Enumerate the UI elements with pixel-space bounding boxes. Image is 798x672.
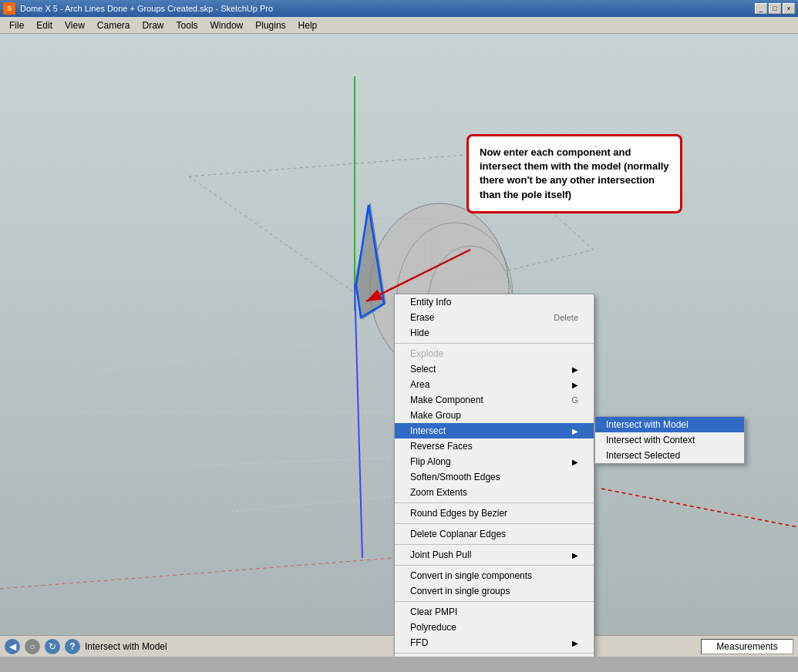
sub-intersect-context-label: Intersect with Context (606, 435, 695, 445)
menu-camera[interactable]: Camera (91, 18, 136, 32)
cm-area-label: Area (410, 379, 429, 390)
cm-hide[interactable]: Hide (395, 325, 594, 341)
cm-soften[interactable]: Soften/Smooth Edges (395, 469, 594, 485)
cm-make-component-label: Make Component (410, 395, 483, 405)
cm-intersect-label: Intersect (410, 425, 446, 436)
cm-explode: Explode (395, 346, 594, 361)
cm-convert-groups-label: Convert in single groups (410, 586, 510, 596)
sub-intersect-selected[interactable]: Intersect Selected (595, 448, 744, 463)
measurements-box: Measurements (701, 639, 793, 654)
cm-make-group[interactable]: Make Group (395, 408, 594, 423)
cm-round-edges-label: Round Edges by Bezier (410, 508, 507, 519)
titlebar: S Dome X 5 - Arch Lines Done + Groups Cr… (0, 0, 798, 17)
separator-7 (395, 653, 594, 654)
callout-bubble: Now enter each component and intersect t… (466, 134, 682, 213)
cm-erase-shortcut: Delete (554, 313, 578, 322)
cm-convert-components-label: Convert in single components (410, 570, 532, 581)
cm-flip-along-label: Flip Along (410, 456, 451, 467)
close-button[interactable]: × (783, 3, 795, 14)
cm-flip-along[interactable]: Flip Along ▶ (395, 454, 594, 469)
help-icon[interactable]: ? (65, 639, 80, 654)
cm-ffd[interactable]: FFD ▶ (395, 635, 594, 650)
menu-file[interactable]: File (3, 18, 30, 32)
measurements-label: Measurements (716, 641, 777, 652)
menu-help[interactable]: Help (292, 18, 324, 32)
separator-6 (395, 601, 594, 602)
cm-area-arrow: ▶ (572, 381, 578, 389)
cm-entity-info[interactable]: Entity Info (395, 294, 594, 310)
menu-draw[interactable]: Draw (136, 18, 170, 32)
cm-clear-pmpi[interactable]: Clear PMPI (395, 604, 594, 620)
cm-hide-label: Hide (410, 328, 429, 338)
cm-ffd-label: FFD (410, 637, 428, 648)
cm-ffd-arrow: ▶ (572, 639, 578, 647)
separator-2 (395, 502, 594, 503)
cm-polyreduce[interactable]: Polyreduce (395, 620, 594, 635)
cm-joint-push-pull-arrow: ▶ (572, 551, 578, 559)
cm-select-arrow: ▶ (572, 365, 578, 374)
status-icon-refresh[interactable]: ↻ (45, 639, 60, 654)
cm-make-component[interactable]: Make Component G (395, 392, 594, 408)
cm-polyreduce-label: Polyreduce (410, 622, 456, 633)
cm-soften-label: Soften/Smooth Edges (410, 472, 500, 482)
window-title: Dome X 5 - Arch Lines Done + Groups Crea… (20, 4, 273, 13)
cm-erase[interactable]: Erase Delete (395, 310, 594, 325)
cm-flip-along-arrow: ▶ (572, 458, 578, 466)
separator-5 (395, 565, 594, 566)
menu-view[interactable]: View (59, 18, 91, 32)
cm-zoom-extents-label: Zoom Extents (410, 487, 467, 498)
separator-4 (395, 544, 594, 545)
cm-joint-push-pull-label: Joint Push Pull (410, 549, 471, 560)
cm-intersect-arrow: ▶ (572, 427, 578, 435)
cm-erase-label: Erase (410, 312, 434, 323)
sub-intersect-context[interactable]: Intersect with Context (595, 432, 744, 448)
minimize-button[interactable]: _ (755, 3, 767, 14)
maximize-button[interactable]: □ (769, 3, 781, 14)
context-menu: Entity Info Erase Delete Hide Explode Se… (394, 294, 594, 657)
cm-area[interactable]: Area ▶ (395, 377, 594, 392)
viewport: Now enter each component and intersect t… (0, 34, 798, 657)
cm-intersect[interactable]: Intersect ▶ (395, 423, 594, 438)
titlebar-controls[interactable]: _ □ × (755, 3, 795, 14)
cm-round-edges[interactable]: Round Edges by Bezier (395, 506, 594, 521)
menu-tools[interactable]: Tools (170, 18, 204, 32)
separator-3 (395, 523, 594, 524)
cm-select-bottom[interactable]: Select ▶ (395, 656, 594, 657)
sub-intersect-model[interactable]: Intersect with Model (595, 417, 744, 432)
callout-text: Now enter each component and intersect t… (480, 146, 669, 200)
intersect-submenu: Intersect with Model Intersect with Cont… (594, 416, 745, 464)
status-icon-circle[interactable]: ○ (25, 639, 40, 654)
cm-joint-push-pull[interactable]: Joint Push Pull ▶ (395, 547, 594, 563)
cm-reverse-faces-label: Reverse Faces (410, 441, 473, 452)
status-text: Intersect with Model (85, 641, 696, 652)
menu-plugins[interactable]: Plugins (249, 18, 291, 32)
sub-intersect-model-label: Intersect with Model (606, 419, 689, 430)
menu-window[interactable]: Window (204, 18, 250, 32)
separator-1 (395, 343, 594, 344)
cm-reverse-faces[interactable]: Reverse Faces (395, 438, 594, 454)
cm-entity-info-label: Entity Info (410, 297, 451, 307)
sub-intersect-selected-label: Intersect Selected (606, 450, 680, 461)
cm-explode-label: Explode (410, 348, 443, 359)
cm-select-label: Select (410, 364, 436, 375)
status-icon-back[interactable]: ◀ (5, 639, 20, 654)
app-icon: S (3, 2, 15, 15)
cm-delete-coplanar[interactable]: Delete Coplanar Edges (395, 526, 594, 542)
menubar: File Edit View Camera Draw Tools Window … (0, 17, 798, 34)
cm-select[interactable]: Select ▶ (395, 361, 594, 377)
cm-make-group-label: Make Group (410, 410, 461, 421)
cm-convert-components[interactable]: Convert in single components (395, 568, 594, 583)
cm-clear-pmpi-label: Clear PMPI (410, 606, 457, 617)
titlebar-left: S Dome X 5 - Arch Lines Done + Groups Cr… (3, 2, 273, 15)
cm-delete-coplanar-label: Delete Coplanar Edges (410, 529, 506, 539)
cm-convert-groups[interactable]: Convert in single groups (395, 583, 594, 599)
cm-make-component-shortcut: G (571, 395, 578, 405)
menu-edit[interactable]: Edit (30, 18, 59, 32)
cm-zoom-extents[interactable]: Zoom Extents (395, 485, 594, 500)
